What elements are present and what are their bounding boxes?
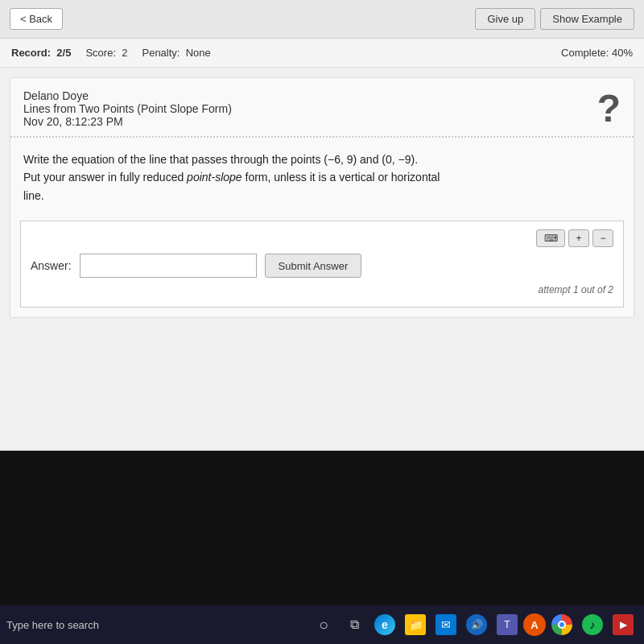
complete-value: 40%	[612, 47, 633, 59]
student-name: Delano Doye	[23, 89, 621, 102]
back-label: < Back	[20, 13, 52, 25]
question-text: Write the equation of the line that pass…	[23, 151, 621, 204]
penalty-field: Penalty: None	[142, 47, 210, 59]
topic-title: Lines from Two Points (Point Slope Form)	[23, 102, 621, 115]
taskbar: Type here to search ○ ⧉ e 📁 ✉ 🔊 T A	[0, 605, 644, 644]
score-value: 2	[122, 47, 127, 59]
answer-input[interactable]	[80, 254, 257, 278]
penalty-value: None	[186, 47, 211, 59]
taskbar-mail-icon[interactable]: ✉	[431, 610, 460, 639]
record-info: Record: 2/5 Score: 2 Penalty: None	[11, 47, 211, 59]
taskbar-search-icon[interactable]: ○	[309, 610, 338, 639]
show-example-button[interactable]: Show Example	[540, 8, 634, 30]
record-bar: Record: 2/5 Score: 2 Penalty: None Compl…	[0, 39, 644, 68]
zoom-in-button[interactable]: +	[568, 229, 589, 247]
taskbar-app1-icon[interactable]: 🔊	[462, 610, 491, 639]
taskbar-icons: ○ ⧉ e 📁 ✉ 🔊 T A ♪	[309, 610, 638, 639]
attempt-text: attempt 1 out of 2	[31, 284, 613, 295]
student-info: Delano Doye Lines from Two Points (Point…	[10, 78, 634, 138]
score-field: Score: 2	[85, 47, 127, 59]
answer-toolbar: ⌨ + −	[31, 229, 613, 247]
taskbar-spotify-icon[interactable]: ♪	[578, 610, 607, 639]
show-example-label: Show Example	[552, 13, 622, 25]
answer-row: Answer: Submit Answer	[31, 254, 613, 278]
taskbar-red-icon[interactable]: ▶	[609, 610, 638, 639]
taskbar-teams-icon[interactable]: T	[493, 610, 522, 639]
question-section: Write the equation of the line that pass…	[10, 138, 634, 213]
answer-label: Answer:	[31, 259, 72, 272]
complete-field: Complete: 40%	[561, 47, 633, 59]
taskbar-edge-icon[interactable]: e	[370, 610, 399, 639]
top-right-buttons: Give up Show Example	[475, 8, 634, 30]
search-text: Type here to search	[6, 619, 99, 631]
help-icon[interactable]: ?	[597, 89, 621, 128]
submit-button[interactable]: Submit Answer	[265, 254, 362, 278]
top-bar: < Back Give up Show Example	[0, 0, 644, 39]
give-up-button[interactable]: Give up	[475, 8, 535, 30]
taskbar-chrome-icon[interactable]	[547, 610, 576, 639]
back-button[interactable]: < Back	[10, 8, 63, 30]
timestamp: Nov 20, 8:12:23 PM	[23, 115, 621, 128]
answer-section: ⌨ + − Answer: Submit Answer attempt 1 ou…	[20, 221, 624, 308]
give-up-label: Give up	[487, 13, 523, 25]
taskbar-explorer-icon[interactable]: 📁	[401, 610, 430, 639]
taskbar-orange-icon[interactable]: A	[523, 613, 546, 636]
main-content: Delano Doye Lines from Two Points (Point…	[10, 77, 634, 318]
taskbar-taskview-icon[interactable]: ⧉	[340, 610, 369, 639]
zoom-out-button[interactable]: −	[592, 229, 613, 247]
submit-label: Submit Answer	[279, 260, 349, 272]
keyboard-button[interactable]: ⌨	[536, 229, 565, 247]
record-field: Record: 2/5	[11, 47, 71, 59]
record-value: 2/5	[56, 47, 71, 59]
